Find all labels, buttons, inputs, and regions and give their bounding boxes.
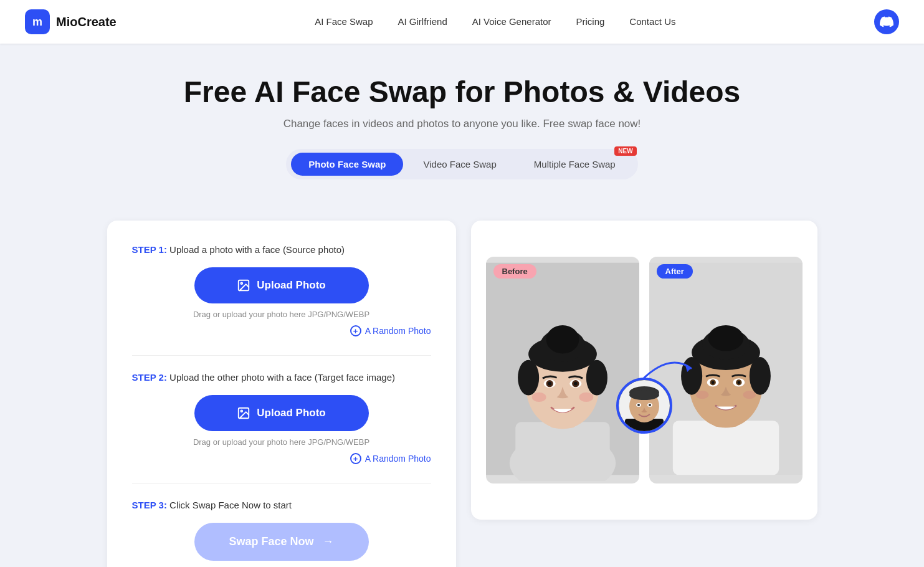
svg-rect-34 xyxy=(672,421,778,475)
svg-point-41 xyxy=(749,357,770,395)
divider-2 xyxy=(132,483,431,484)
tabs-container: Photo Face Swap Video Face Swap Multiple… xyxy=(12,149,912,179)
demo-area: Before xyxy=(486,257,803,484)
male-face-svg xyxy=(619,380,670,431)
svg-point-30 xyxy=(637,404,640,406)
svg-point-1 xyxy=(241,283,243,285)
right-panel: Before xyxy=(471,221,817,520)
tab-video-face-swap[interactable]: Video Face Swap xyxy=(406,153,513,176)
svg-point-3 xyxy=(241,411,243,412)
step1-drag-hint: Drag or upload your photo here JPG/PNG/W… xyxy=(132,310,431,319)
step2-section: STEP 2: Upload the other photo with a fa… xyxy=(132,371,431,464)
step1-label: STEP 1: Upload a photo with a face (Sour… xyxy=(132,243,431,256)
step1-section: STEP 1: Upload a photo with a face (Sour… xyxy=(132,243,431,336)
svg-point-32 xyxy=(649,404,651,406)
step2-drag-hint: Drag or upload your photo here JPG/PNG/W… xyxy=(132,437,431,447)
tabs: Photo Face Swap Video Face Swap Multiple… xyxy=(286,149,637,179)
nav-item-ai-girlfriend[interactable]: AI Girlfriend xyxy=(398,16,447,27)
upload-icon-1 xyxy=(237,279,250,292)
nav-item-ai-voice[interactable]: AI Voice Generator xyxy=(472,16,551,27)
hero-section: Free AI Face Swap for Photos & Videos Ch… xyxy=(0,44,924,221)
nav-links: AI Face Swap AI Girlfriend AI Voice Gene… xyxy=(315,16,675,27)
step3-section: STEP 3: Click Swap Face Now to start Swa… xyxy=(132,498,431,561)
divider-1 xyxy=(132,355,431,356)
navbar: m MioCreate AI Face Swap AI Girlfriend A… xyxy=(0,0,924,44)
svg-point-28 xyxy=(629,390,659,400)
svg-point-13 xyxy=(586,360,607,396)
swap-face-btn[interactable]: Swap Face Now → xyxy=(194,523,369,561)
left-panel: STEP 1: Upload a photo with a face (Sour… xyxy=(107,221,456,567)
step2-label: STEP 2: Upload the other photo with a fa… xyxy=(132,371,431,384)
tab-photo-face-swap[interactable]: Photo Face Swap xyxy=(291,153,403,176)
logo-text: MioCreate xyxy=(56,15,117,29)
svg-point-20 xyxy=(531,393,546,402)
svg-point-19 xyxy=(573,382,577,386)
tab-multiple-face-swap[interactable]: Multiple Face Swap NEW xyxy=(517,153,633,176)
svg-point-21 xyxy=(579,393,593,402)
svg-point-49 xyxy=(743,391,756,399)
before-photo: Before xyxy=(486,257,639,484)
main-content: STEP 1: Upload a photo with a face (Sour… xyxy=(88,221,836,567)
nav-item-ai-face-swap[interactable]: AI Face Swap xyxy=(315,16,373,27)
svg-point-12 xyxy=(518,360,539,396)
before-label: Before xyxy=(493,264,536,279)
plus-circle-2: + xyxy=(350,453,361,464)
nav-item-contact[interactable]: Contact Us xyxy=(629,16,675,27)
svg-point-44 xyxy=(711,381,714,384)
before-photo-svg xyxy=(486,257,639,481)
step2-random-link[interactable]: + A Random Photo xyxy=(132,453,431,464)
svg-point-11 xyxy=(546,325,579,353)
step3-label: STEP 3: Click Swap Face Now to start xyxy=(132,498,431,512)
upload-icon-2 xyxy=(237,406,250,420)
upload-photo-btn-2[interactable]: Upload Photo xyxy=(194,395,369,431)
new-badge: NEW xyxy=(614,146,636,156)
svg-point-48 xyxy=(695,391,708,399)
face-circle xyxy=(616,378,672,434)
hero-heading: Free AI Face Swap for Photos & Videos xyxy=(12,75,912,109)
step1-random-link[interactable]: + A Random Photo xyxy=(132,325,431,336)
logo-icon: m xyxy=(25,9,50,34)
svg-rect-6 xyxy=(515,422,609,475)
svg-point-16 xyxy=(548,382,551,386)
svg-point-39 xyxy=(708,325,743,351)
svg-marker-22 xyxy=(685,363,691,372)
svg-point-47 xyxy=(737,381,740,384)
face-circle-overlay xyxy=(616,378,672,434)
logo-link[interactable]: m MioCreate xyxy=(25,9,117,34)
plus-circle-1: + xyxy=(350,325,361,336)
upload-photo-btn-1[interactable]: Upload Photo xyxy=(194,267,369,303)
hero-subtext: Change faces in videos and photos to any… xyxy=(12,118,912,130)
discord-icon[interactable] xyxy=(874,9,899,34)
nav-item-pricing[interactable]: Pricing xyxy=(576,16,604,27)
after-label: After xyxy=(657,264,693,279)
